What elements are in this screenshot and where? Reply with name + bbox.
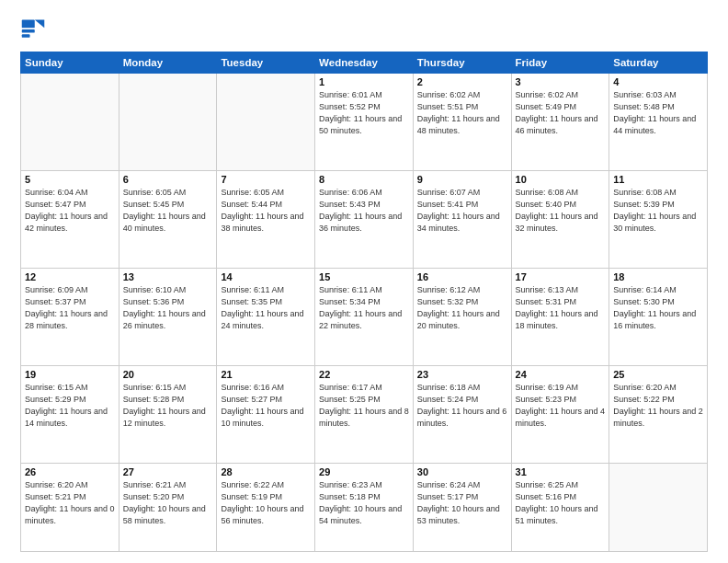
day-number: 9 — [417, 174, 507, 185]
day-detail: Sunrise: 6:20 AM Sunset: 5:21 PM Dayligh… — [25, 479, 115, 527]
weekday-header-tuesday: Tuesday — [217, 52, 315, 74]
day-number: 6 — [123, 174, 213, 185]
day-number: 13 — [123, 271, 213, 282]
day-number: 25 — [613, 369, 703, 380]
day-number: 23 — [417, 369, 507, 380]
day-detail: Sunrise: 6:23 AM Sunset: 5:18 PM Dayligh… — [319, 479, 409, 527]
day-number: 24 — [516, 369, 606, 380]
logo-icon — [20, 17, 46, 42]
calendar-cell: 23Sunrise: 6:18 AM Sunset: 5:24 PM Dayli… — [413, 365, 511, 463]
day-detail: Sunrise: 6:02 AM Sunset: 5:51 PM Dayligh… — [417, 89, 507, 137]
day-number: 20 — [123, 369, 213, 380]
calendar-week-4: 19Sunrise: 6:15 AM Sunset: 5:29 PM Dayli… — [21, 365, 708, 463]
calendar-cell: 25Sunrise: 6:20 AM Sunset: 5:22 PM Dayli… — [609, 365, 708, 463]
day-number: 17 — [516, 271, 606, 282]
day-detail: Sunrise: 6:19 AM Sunset: 5:23 PM Dayligh… — [516, 382, 606, 430]
day-number: 21 — [221, 369, 311, 380]
day-detail: Sunrise: 6:24 AM Sunset: 5:17 PM Dayligh… — [417, 479, 507, 527]
day-detail: Sunrise: 6:02 AM Sunset: 5:49 PM Dayligh… — [516, 89, 606, 137]
day-number: 2 — [417, 76, 507, 87]
day-detail: Sunrise: 6:08 AM Sunset: 5:39 PM Dayligh… — [613, 187, 703, 235]
calendar-cell — [609, 463, 708, 551]
day-detail: Sunrise: 6:25 AM Sunset: 5:16 PM Dayligh… — [516, 479, 606, 527]
calendar-week-3: 12Sunrise: 6:09 AM Sunset: 5:37 PM Dayli… — [21, 268, 708, 365]
calendar-cell — [217, 74, 315, 171]
day-detail: Sunrise: 6:22 AM Sunset: 5:19 PM Dayligh… — [221, 479, 311, 527]
day-number: 27 — [123, 466, 213, 477]
day-number: 1 — [319, 76, 409, 87]
calendar-cell: 27Sunrise: 6:21 AM Sunset: 5:20 PM Dayli… — [119, 463, 217, 551]
day-detail: Sunrise: 6:15 AM Sunset: 5:28 PM Dayligh… — [123, 382, 213, 430]
weekday-header-friday: Friday — [511, 52, 609, 74]
calendar-week-1: 1Sunrise: 6:01 AM Sunset: 5:52 PM Daylig… — [21, 74, 708, 171]
day-number: 8 — [319, 174, 409, 185]
day-detail: Sunrise: 6:09 AM Sunset: 5:37 PM Dayligh… — [25, 284, 115, 332]
calendar-cell: 18Sunrise: 6:14 AM Sunset: 5:30 PM Dayli… — [609, 268, 708, 365]
day-detail: Sunrise: 6:12 AM Sunset: 5:32 PM Dayligh… — [417, 284, 507, 332]
calendar-cell: 3Sunrise: 6:02 AM Sunset: 5:49 PM Daylig… — [511, 74, 609, 171]
calendar-body: 1Sunrise: 6:01 AM Sunset: 5:52 PM Daylig… — [21, 74, 708, 552]
calendar-cell: 5Sunrise: 6:04 AM Sunset: 5:47 PM Daylig… — [21, 170, 119, 268]
calendar-cell: 8Sunrise: 6:06 AM Sunset: 5:43 PM Daylig… — [315, 170, 414, 268]
page: SundayMondayTuesdayWednesdayThursdayFrid… — [0, 0, 728, 563]
day-number: 4 — [613, 76, 703, 87]
weekday-header-saturday: Saturday — [609, 52, 708, 74]
calendar-cell: 21Sunrise: 6:16 AM Sunset: 5:27 PM Dayli… — [217, 365, 315, 463]
calendar-cell: 7Sunrise: 6:05 AM Sunset: 5:44 PM Daylig… — [217, 170, 315, 268]
calendar-cell: 1Sunrise: 6:01 AM Sunset: 5:52 PM Daylig… — [315, 74, 414, 171]
calendar-cell: 26Sunrise: 6:20 AM Sunset: 5:21 PM Dayli… — [21, 463, 119, 551]
weekday-header-monday: Monday — [119, 52, 217, 74]
day-detail: Sunrise: 6:14 AM Sunset: 5:30 PM Dayligh… — [613, 284, 703, 332]
day-detail: Sunrise: 6:16 AM Sunset: 5:27 PM Dayligh… — [221, 382, 311, 430]
day-number: 30 — [417, 466, 507, 477]
weekday-header-thursday: Thursday — [413, 52, 511, 74]
calendar-cell: 29Sunrise: 6:23 AM Sunset: 5:18 PM Dayli… — [315, 463, 414, 551]
calendar-week-5: 26Sunrise: 6:20 AM Sunset: 5:21 PM Dayli… — [21, 463, 708, 551]
day-number: 11 — [613, 174, 703, 185]
calendar-cell: 4Sunrise: 6:03 AM Sunset: 5:48 PM Daylig… — [609, 74, 708, 171]
day-detail: Sunrise: 6:05 AM Sunset: 5:44 PM Dayligh… — [221, 187, 311, 235]
calendar-cell: 31Sunrise: 6:25 AM Sunset: 5:16 PM Dayli… — [511, 463, 609, 551]
calendar-cell: 20Sunrise: 6:15 AM Sunset: 5:28 PM Dayli… — [119, 365, 217, 463]
day-number: 18 — [613, 271, 703, 282]
calendar-cell: 10Sunrise: 6:08 AM Sunset: 5:40 PM Dayli… — [511, 170, 609, 268]
header — [20, 17, 708, 42]
weekday-header-wednesday: Wednesday — [315, 52, 414, 74]
day-detail: Sunrise: 6:06 AM Sunset: 5:43 PM Dayligh… — [319, 187, 409, 235]
day-number: 3 — [516, 76, 606, 87]
day-number: 10 — [516, 174, 606, 185]
day-number: 22 — [319, 369, 409, 380]
day-number: 29 — [319, 466, 409, 477]
day-number: 19 — [25, 369, 115, 380]
day-detail: Sunrise: 6:20 AM Sunset: 5:22 PM Dayligh… — [613, 382, 703, 430]
day-number: 16 — [417, 271, 507, 282]
calendar-cell: 16Sunrise: 6:12 AM Sunset: 5:32 PM Dayli… — [413, 268, 511, 365]
day-number: 14 — [221, 271, 311, 282]
day-detail: Sunrise: 6:11 AM Sunset: 5:35 PM Dayligh… — [221, 284, 311, 332]
day-number: 26 — [25, 466, 115, 477]
day-number: 15 — [319, 271, 409, 282]
day-detail: Sunrise: 6:01 AM Sunset: 5:52 PM Dayligh… — [319, 89, 409, 137]
calendar-cell: 2Sunrise: 6:02 AM Sunset: 5:51 PM Daylig… — [413, 74, 511, 171]
day-detail: Sunrise: 6:15 AM Sunset: 5:29 PM Dayligh… — [25, 382, 115, 430]
day-number: 28 — [221, 466, 311, 477]
svg-rect-4 — [22, 34, 30, 38]
calendar-cell — [21, 74, 119, 171]
calendar-cell: 14Sunrise: 6:11 AM Sunset: 5:35 PM Dayli… — [217, 268, 315, 365]
svg-rect-3 — [22, 29, 35, 33]
day-detail: Sunrise: 6:03 AM Sunset: 5:48 PM Dayligh… — [613, 89, 703, 137]
day-detail: Sunrise: 6:10 AM Sunset: 5:36 PM Dayligh… — [123, 284, 213, 332]
day-number: 5 — [25, 174, 115, 185]
day-detail: Sunrise: 6:13 AM Sunset: 5:31 PM Dayligh… — [516, 284, 606, 332]
day-detail: Sunrise: 6:21 AM Sunset: 5:20 PM Dayligh… — [123, 479, 213, 527]
calendar-cell — [119, 74, 217, 171]
calendar-cell: 13Sunrise: 6:10 AM Sunset: 5:36 PM Dayli… — [119, 268, 217, 365]
calendar-cell: 19Sunrise: 6:15 AM Sunset: 5:29 PM Dayli… — [21, 365, 119, 463]
calendar-cell: 15Sunrise: 6:11 AM Sunset: 5:34 PM Dayli… — [315, 268, 414, 365]
calendar-cell: 12Sunrise: 6:09 AM Sunset: 5:37 PM Dayli… — [21, 268, 119, 365]
calendar-cell: 30Sunrise: 6:24 AM Sunset: 5:17 PM Dayli… — [413, 463, 511, 551]
day-detail: Sunrise: 6:18 AM Sunset: 5:24 PM Dayligh… — [417, 382, 507, 430]
day-detail: Sunrise: 6:04 AM Sunset: 5:47 PM Dayligh… — [25, 187, 115, 235]
calendar-table: SundayMondayTuesdayWednesdayThursdayFrid… — [20, 52, 708, 552]
logo — [20, 17, 50, 42]
